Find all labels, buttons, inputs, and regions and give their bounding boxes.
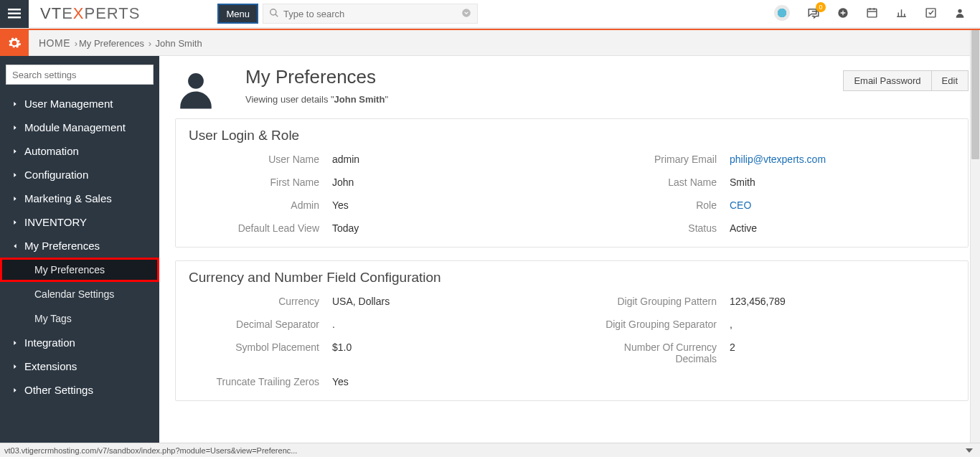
- reports-button[interactable]: [895, 6, 908, 21]
- field-value: Smith: [730, 176, 755, 188]
- notification-badge: 0: [816, 2, 826, 12]
- bar-chart-icon: [895, 6, 908, 19]
- hamburger-menu[interactable]: [0, 0, 29, 28]
- settings-gear-button[interactable]: [0, 30, 29, 56]
- field-last-name: Last NameSmith: [586, 176, 955, 188]
- sidebar-item-label: Automation: [24, 145, 79, 157]
- menu-button[interactable]: Menu: [217, 4, 258, 24]
- sidebar-item-label: INVENTORY: [24, 216, 87, 228]
- global-search[interactable]: [263, 4, 478, 24]
- field-number-of-currency-decimals: Number Of Currency Decimals2: [586, 341, 955, 364]
- field-value: admin: [332, 154, 359, 165]
- field-value: Active: [730, 222, 757, 234]
- email-password-button[interactable]: Email Password: [843, 70, 930, 91]
- dropdown-triangle-icon[interactable]: [966, 448, 973, 453]
- add-button[interactable]: [837, 7, 849, 21]
- sidebar-subitem-my-tags[interactable]: My Tags: [0, 306, 159, 331]
- field-currency: CurrencyUSA, Dollars: [189, 296, 557, 307]
- page-subtitle: Viewing user details "John Smith": [245, 94, 388, 105]
- user-avatar-icon: [175, 69, 217, 110]
- svg-line-4: [275, 14, 278, 17]
- sidebar-item-marketing-sales[interactable]: Marketing & Sales: [0, 187, 159, 210]
- field-user-name: User Nameadmin: [189, 154, 557, 165]
- chevron-icon: [11, 121, 24, 133]
- svg-point-5: [462, 9, 471, 17]
- panel-currency: Currency and Number Field Configuration …: [175, 260, 969, 401]
- breadcrumb-home[interactable]: HOME: [39, 37, 70, 49]
- field-digit-grouping-separator: Digit Grouping Separator,: [586, 319, 955, 330]
- sidebar-subitem-calendar-settings[interactable]: Calendar Settings: [0, 282, 159, 306]
- search-dropdown-icon[interactable]: [461, 8, 471, 20]
- field-label: Truncate Trailing Zeros: [189, 376, 332, 387]
- chevron-icon: [11, 360, 24, 372]
- scrollbar-thumb[interactable]: [971, 30, 979, 159]
- sidebar-item-my-preferences[interactable]: My Preferences: [0, 234, 159, 258]
- user-button[interactable]: [954, 7, 966, 21]
- sidebar-subitem-my-preferences[interactable]: My Preferences: [0, 258, 159, 282]
- sidebar-item-module-management[interactable]: Module Management: [0, 116, 159, 139]
- main-content: My Preferences Viewing user details "Joh…: [159, 56, 980, 443]
- field-label: Status: [586, 222, 730, 234]
- field-label: Decimal Separator: [189, 319, 332, 330]
- field-label: First Name: [189, 176, 332, 188]
- field-status: StatusActive: [586, 222, 955, 234]
- edit-button[interactable]: Edit: [931, 70, 969, 91]
- sidebar-item-label: Other Settings: [24, 384, 93, 396]
- sidebar-item-configuration[interactable]: Configuration: [0, 163, 159, 187]
- field-value: $1.0: [332, 341, 352, 353]
- x-logo-icon: [774, 5, 790, 21]
- breadcrumb-level1[interactable]: My Preferences: [79, 38, 144, 49]
- scrollbar[interactable]: [970, 30, 980, 443]
- sidebar-item-other-settings[interactable]: Other Settings: [0, 378, 159, 402]
- panel-title: User Login & Role: [189, 128, 955, 143]
- chat-button[interactable]: 0: [807, 6, 820, 22]
- field-label: User Name: [189, 154, 332, 165]
- sidebar-item-integration[interactable]: Integration: [0, 331, 159, 354]
- user-icon: [954, 7, 966, 19]
- chevron-icon: [11, 98, 24, 110]
- field-label: Symbol Placement: [189, 341, 332, 353]
- sidebar-item-label: Marketing & Sales: [24, 192, 112, 204]
- field-digit-grouping-pattern: Digit Grouping Pattern123,456,789: [586, 296, 955, 307]
- menu-button-label: Menu: [226, 9, 250, 19]
- sidebar-item-inventory[interactable]: INVENTORY: [0, 210, 159, 234]
- field-value: .: [332, 319, 335, 330]
- svg-point-16: [958, 9, 961, 12]
- sidebar-item-extensions[interactable]: Extensions: [0, 354, 159, 378]
- chevron-icon: [11, 240, 24, 252]
- field-label: Digit Grouping Separator: [586, 319, 730, 330]
- field-truncate-trailing-zeros: Truncate Trailing ZerosYes: [189, 376, 557, 387]
- chevron-right-icon: ›: [75, 38, 77, 49]
- calendar-button[interactable]: [866, 6, 878, 21]
- tasks-button[interactable]: [925, 6, 937, 21]
- field-label: Primary Email: [586, 154, 730, 165]
- search-settings-input[interactable]: [6, 65, 154, 85]
- sidebar-item-user-management[interactable]: User Management: [0, 92, 159, 116]
- sidebar-item-label: Extensions: [24, 360, 77, 372]
- page-title: My Preferences: [245, 66, 388, 88]
- checkbox-icon: [925, 6, 937, 19]
- chevron-icon: [11, 384, 24, 396]
- field-value[interactable]: philip@vtexperts.com: [730, 154, 826, 165]
- field-label: Default Lead View: [189, 222, 332, 234]
- status-bar: vt03.vtigercrmhosting.com/v7/sandbox/ind…: [0, 443, 980, 457]
- field-symbol-placement: Symbol Placement$1.0: [189, 341, 557, 364]
- gear-icon: [7, 36, 22, 50]
- field-default-lead-view: Default Lead ViewToday: [189, 222, 557, 234]
- field-value[interactable]: CEO: [730, 199, 751, 211]
- sidebar-item-label: Integration: [24, 336, 75, 349]
- logo: VTEXPERTS: [40, 4, 140, 23]
- field-decimal-separator: Decimal Separator.: [189, 319, 557, 330]
- global-search-input[interactable]: [283, 9, 461, 19]
- breadcrumb-level2: John Smith: [156, 38, 202, 49]
- field-value: ,: [730, 319, 732, 330]
- chevron-icon: [11, 169, 24, 181]
- brand-icon[interactable]: [774, 5, 790, 23]
- svg-rect-7: [867, 9, 877, 17]
- field-value: USA, Dollars: [332, 296, 390, 307]
- field-value: 2: [730, 341, 735, 353]
- sidebar-item-automation[interactable]: Automation: [0, 139, 159, 163]
- chevron-icon: [11, 336, 24, 349]
- settings-sidebar: User ManagementModule ManagementAutomati…: [0, 56, 159, 443]
- search-icon: [269, 8, 279, 20]
